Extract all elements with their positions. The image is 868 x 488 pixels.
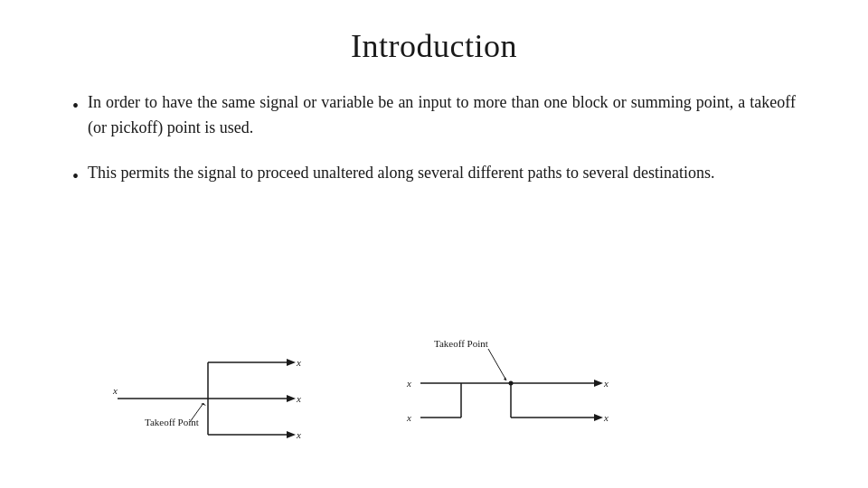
diagram-1: x x x x Takeoff Point bbox=[108, 331, 326, 461]
bullet-text-1: In order to have the same signal or vari… bbox=[88, 90, 796, 141]
svg-text:x: x bbox=[296, 429, 301, 440]
svg-line-17 bbox=[488, 349, 506, 380]
svg-text:x: x bbox=[603, 412, 609, 423]
bullet-dot-2: • bbox=[72, 163, 79, 191]
list-item: • In order to have the same signal or va… bbox=[72, 90, 796, 141]
bullet-text-2: This permits the signal to proceed unalt… bbox=[88, 161, 796, 186]
bullet-list: • In order to have the same signal or va… bbox=[72, 90, 796, 322]
slide: Introduction • In order to have the same… bbox=[0, 0, 868, 488]
svg-marker-7 bbox=[287, 359, 296, 366]
list-item: • This permits the signal to proceed una… bbox=[72, 161, 796, 191]
slide-title: Introduction bbox=[72, 27, 796, 65]
svg-marker-26 bbox=[594, 380, 603, 387]
svg-text:x: x bbox=[603, 378, 609, 389]
svg-text:x: x bbox=[406, 412, 411, 423]
svg-marker-11 bbox=[287, 431, 296, 438]
svg-text:x: x bbox=[296, 393, 301, 404]
svg-text:x: x bbox=[296, 357, 301, 368]
svg-text:x: x bbox=[112, 385, 118, 396]
bullet-dot-1: • bbox=[72, 92, 79, 120]
svg-marker-3 bbox=[287, 395, 296, 402]
svg-text:x: x bbox=[406, 378, 411, 389]
svg-text:Takeoff Point: Takeoff Point bbox=[434, 338, 488, 349]
diagram-2: Takeoff Point x x x bbox=[380, 331, 615, 461]
svg-marker-30 bbox=[594, 414, 603, 421]
diagrams-container: x x x x Takeoff Point bbox=[72, 331, 796, 461]
svg-text:Takeoff Point: Takeoff Point bbox=[145, 417, 199, 427]
